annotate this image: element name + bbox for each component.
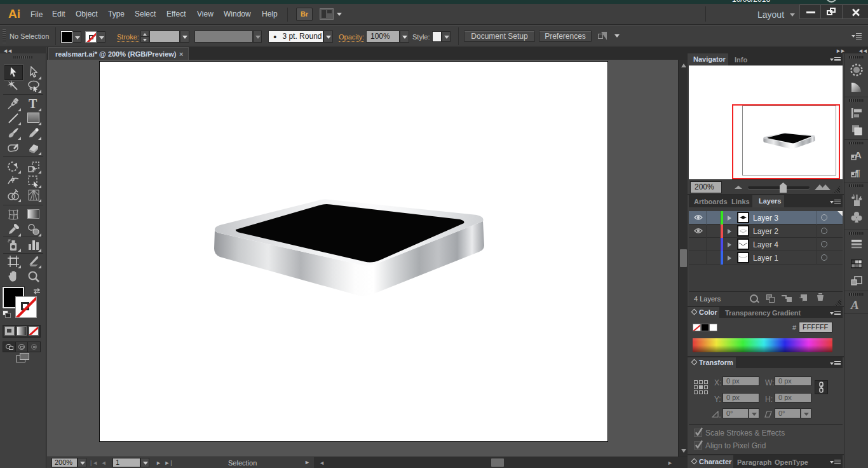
svg-text:A: A — [850, 298, 859, 312]
